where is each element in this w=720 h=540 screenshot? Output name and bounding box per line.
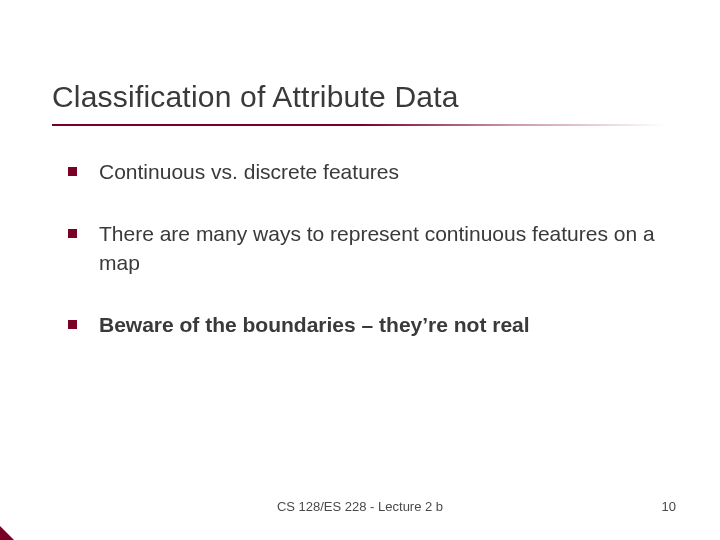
square-bullet-icon <box>68 167 77 176</box>
corner-accent-icon <box>0 526 14 540</box>
slide-content: Continuous vs. discrete features There a… <box>68 158 668 373</box>
slide: Classification of Attribute Data Continu… <box>0 0 720 540</box>
page-number: 10 <box>662 499 676 514</box>
bullet-text: Continuous vs. discrete features <box>99 158 399 186</box>
footer-center-text: CS 128/ES 228 - Lecture 2 b <box>0 499 720 514</box>
bullet-item: There are many ways to represent continu… <box>68 220 668 277</box>
square-bullet-icon <box>68 320 77 329</box>
square-bullet-icon <box>68 229 77 238</box>
bullet-text: Beware of the boundaries – they’re not r… <box>99 311 530 339</box>
bullet-text: There are many ways to represent continu… <box>99 220 668 277</box>
bullet-item: Beware of the boundaries – they’re not r… <box>68 311 668 339</box>
title-underline <box>52 124 666 126</box>
bullet-item: Continuous vs. discrete features <box>68 158 668 186</box>
slide-title: Classification of Attribute Data <box>52 80 459 114</box>
